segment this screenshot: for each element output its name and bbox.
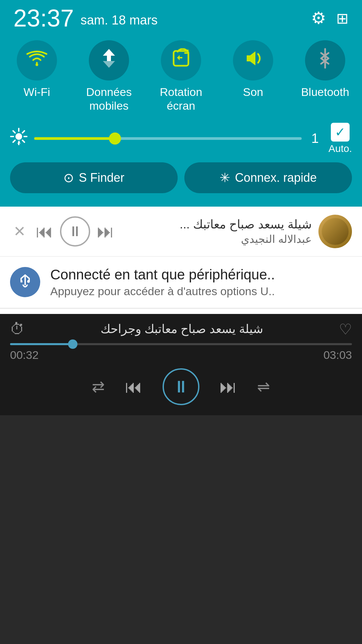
player-prev-button[interactable]: ⏮: [125, 377, 142, 397]
player-times: 00:32 03:03: [10, 348, 352, 362]
close-notification-button[interactable]: ✕: [10, 223, 29, 240]
sound-icon: [243, 49, 263, 71]
shuffle-button[interactable]: ⇄: [92, 378, 105, 396]
media-artist: عبدالاله النجيدي: [177, 233, 312, 246]
quick-settings-panel: Wi-Fi Données mobiles: [0, 34, 362, 207]
player-bar: ⏱ شيلة يسعد صباح معاتبك وجراحك ♡ 00:32 0…: [0, 314, 362, 415]
prev-track-button[interactable]: ⏮: [36, 221, 53, 241]
repeat-button[interactable]: ⇌: [257, 378, 270, 396]
player-song-title: شيلة يسعد صباح معاتبك وجراحك: [25, 322, 339, 336]
svg-line-9: [22, 140, 24, 142]
auto-brightness-toggle[interactable]: ✓ Auto.: [328, 123, 352, 154]
toggle-bluetooth[interactable]: Bluetooth: [298, 40, 352, 99]
toggle-sound[interactable]: Son: [226, 40, 280, 99]
settings-icon[interactable]: ⚙: [311, 8, 326, 28]
svg-line-10: [22, 131, 24, 133]
quickconnect-icon: ✳: [220, 170, 230, 185]
quick-buttons-row: ⊙ S Finder ✳ Connex. rapide: [10, 162, 352, 200]
quickconnect-button[interactable]: ✳ Connex. rapide: [184, 162, 352, 193]
player-progress-bar[interactable]: [10, 343, 352, 345]
total-time: 03:03: [323, 348, 352, 362]
rotation-label: Rotation écran: [160, 85, 202, 113]
usb-text: Connecté en tant que périphérique.. Appu…: [50, 267, 352, 298]
svg-point-19: [27, 280, 30, 283]
bluetooth-icon: [318, 48, 333, 73]
player-pause-button[interactable]: ⏸: [163, 368, 199, 405]
toggle-rotation[interactable]: Rotation écran: [154, 40, 208, 113]
timer-icon[interactable]: ⏱: [10, 321, 25, 337]
quick-toggle-row: Wi-Fi Données mobiles: [10, 40, 352, 113]
media-notification: ✕ ⏮ ⏸ ⏭ شيلة يسعد صباح معاتبك ... عبدالا…: [0, 207, 362, 257]
toggle-wifi[interactable]: Wi-Fi: [10, 40, 64, 99]
player-top-row: ⏱ شيلة يسعد صباح معاتبك وجراحك ♡: [10, 321, 352, 338]
usb-notification[interactable]: Connecté en tant que périphérique.. Appu…: [0, 257, 362, 309]
current-time: 00:32: [10, 348, 39, 362]
brightness-slider[interactable]: [34, 137, 302, 140]
wifi-icon: [26, 50, 47, 71]
media-title: شيلة يسعد صباح معاتبك ...: [177, 217, 312, 231]
next-track-button[interactable]: ⏭: [97, 221, 114, 241]
status-date: sam. 18 mars: [80, 13, 158, 30]
player-next-button[interactable]: ⏭: [220, 377, 237, 397]
wifi-label: Wi-Fi: [23, 85, 50, 99]
brightness-value: 1: [308, 131, 322, 146]
sfinder-icon: ⊙: [63, 170, 74, 185]
brightness-icon: A: [10, 128, 27, 149]
data-icon: [100, 48, 118, 72]
svg-text:A: A: [17, 140, 21, 145]
sfinder-label: S Finder: [79, 171, 124, 185]
media-info: شيلة يسعد صباح معاتبك ... عبدالاله النجي…: [177, 217, 312, 246]
player-pause-icon: ⏸: [173, 377, 189, 396]
media-controls: ⏮ ⏸ ⏭: [36, 216, 171, 247]
svg-rect-18: [20, 280, 22, 282]
bluetooth-label: Bluetooth: [301, 85, 349, 99]
usb-subtitle: Appuyez pour accéder à d'autres options …: [50, 285, 352, 298]
svg-line-8: [13, 131, 15, 133]
pause-button[interactable]: ⏸: [60, 216, 90, 247]
rotation-icon: [171, 48, 191, 72]
checkbox-checked-icon: ✓: [331, 123, 350, 142]
pause-icon: ⏸: [68, 223, 82, 239]
quickconnect-label: Connex. rapide: [235, 171, 317, 185]
svg-point-0: [36, 63, 38, 66]
sound-label: Son: [243, 85, 263, 99]
sfinder-button[interactable]: ⊙ S Finder: [10, 162, 178, 193]
usb-title: Connecté en tant que périphérique..: [50, 267, 352, 283]
media-thumbnail: [318, 215, 352, 248]
status-bar: 23:37 sam. 18 mars ⚙ ⊞: [0, 0, 362, 34]
usb-icon: [10, 267, 40, 297]
toggle-data[interactable]: Données mobiles: [82, 40, 136, 113]
data-label: Données mobiles: [86, 85, 132, 113]
player-controls: ⇄ ⏮ ⏸ ⏭ ⇌: [10, 368, 352, 405]
grid-icon[interactable]: ⊞: [336, 10, 349, 27]
svg-line-11: [13, 140, 15, 142]
auto-label: Auto.: [328, 143, 352, 154]
brightness-row: A 1 ✓ Auto.: [10, 123, 352, 154]
svg-point-3: [15, 133, 22, 140]
status-time: 23:37: [13, 6, 74, 30]
favorite-button[interactable]: ♡: [339, 321, 352, 338]
